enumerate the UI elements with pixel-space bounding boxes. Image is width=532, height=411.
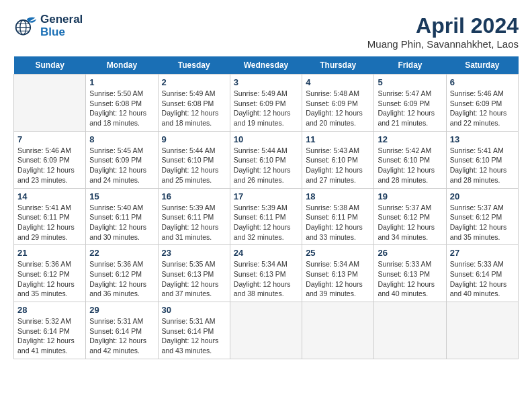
day-number: 29 xyxy=(89,305,154,315)
calendar-cell: 20Sunrise: 5:37 AM Sunset: 6:12 PM Dayli… xyxy=(446,188,518,245)
calendar-cell: 19Sunrise: 5:37 AM Sunset: 6:12 PM Dayli… xyxy=(374,188,446,245)
calendar-cell: 14Sunrise: 5:41 AM Sunset: 6:11 PM Dayli… xyxy=(14,188,86,245)
day-info: Sunrise: 5:39 AM Sunset: 6:11 PM Dayligh… xyxy=(162,203,226,242)
title-area: April 2024 Muang Phin, Savannahkhet, Lao… xyxy=(367,13,519,50)
calendar-cell xyxy=(230,302,302,359)
day-number: 7 xyxy=(17,134,82,144)
day-info: Sunrise: 5:39 AM Sunset: 6:11 PM Dayligh… xyxy=(234,203,298,242)
day-number: 27 xyxy=(450,248,515,258)
calendar-cell: 12Sunrise: 5:42 AM Sunset: 6:10 PM Dayli… xyxy=(374,131,446,188)
day-info: Sunrise: 5:48 AM Sunset: 6:09 PM Dayligh… xyxy=(306,89,370,128)
calendar-cell: 24Sunrise: 5:34 AM Sunset: 6:13 PM Dayli… xyxy=(230,245,302,302)
day-info: Sunrise: 5:42 AM Sunset: 6:10 PM Dayligh… xyxy=(378,146,442,185)
day-info: Sunrise: 5:41 AM Sunset: 6:10 PM Dayligh… xyxy=(450,146,515,185)
day-number: 16 xyxy=(162,191,226,201)
calendar-cell: 16Sunrise: 5:39 AM Sunset: 6:11 PM Dayli… xyxy=(158,188,230,245)
day-info: Sunrise: 5:45 AM Sunset: 6:09 PM Dayligh… xyxy=(89,146,154,185)
calendar-cell: 30Sunrise: 5:31 AM Sunset: 6:14 PM Dayli… xyxy=(158,302,230,359)
calendar-cell: 11Sunrise: 5:43 AM Sunset: 6:10 PM Dayli… xyxy=(302,131,374,188)
calendar-cell: 21Sunrise: 5:36 AM Sunset: 6:12 PM Dayli… xyxy=(14,245,86,302)
day-number: 2 xyxy=(162,77,226,87)
day-header-monday: Monday xyxy=(86,56,158,75)
day-info: Sunrise: 5:43 AM Sunset: 6:10 PM Dayligh… xyxy=(306,146,370,185)
day-info: Sunrise: 5:36 AM Sunset: 6:12 PM Dayligh… xyxy=(17,259,82,299)
calendar-cell: 26Sunrise: 5:33 AM Sunset: 6:13 PM Dayli… xyxy=(374,245,446,302)
calendar-cell xyxy=(14,75,86,132)
day-number: 28 xyxy=(17,305,82,315)
calendar-cell: 15Sunrise: 5:40 AM Sunset: 6:11 PM Dayli… xyxy=(86,188,158,245)
day-header-wednesday: Wednesday xyxy=(230,56,302,75)
day-number: 17 xyxy=(234,191,298,201)
day-number: 10 xyxy=(234,134,298,144)
day-header-friday: Friday xyxy=(374,56,446,75)
day-info: Sunrise: 5:31 AM Sunset: 6:14 PM Dayligh… xyxy=(162,316,226,356)
day-number: 8 xyxy=(89,134,154,144)
logo: General Blue xyxy=(13,13,83,38)
calendar-cell: 22Sunrise: 5:36 AM Sunset: 6:12 PM Dayli… xyxy=(86,245,158,302)
calendar-cell: 27Sunrise: 5:33 AM Sunset: 6:14 PM Dayli… xyxy=(446,245,518,302)
week-row-2: 7Sunrise: 5:46 AM Sunset: 6:09 PM Daylig… xyxy=(14,131,519,188)
day-info: Sunrise: 5:46 AM Sunset: 6:09 PM Dayligh… xyxy=(450,89,515,128)
calendar-cell: 28Sunrise: 5:32 AM Sunset: 6:14 PM Dayli… xyxy=(14,302,86,359)
page-header: General Blue April 2024 Muang Phin, Sava… xyxy=(13,13,519,50)
logo-text: General Blue xyxy=(40,13,83,38)
calendar-cell xyxy=(374,302,446,359)
page-subtitle: Muang Phin, Savannahkhet, Laos xyxy=(367,38,519,50)
calendar-cell: 3Sunrise: 5:49 AM Sunset: 6:09 PM Daylig… xyxy=(230,75,302,132)
calendar-cell: 8Sunrise: 5:45 AM Sunset: 6:09 PM Daylig… xyxy=(86,131,158,188)
calendar-cell: 23Sunrise: 5:35 AM Sunset: 6:13 PM Dayli… xyxy=(158,245,230,302)
day-number: 21 xyxy=(17,248,82,258)
calendar-header-row: SundayMondayTuesdayWednesdayThursdayFrid… xyxy=(14,56,519,75)
day-number: 30 xyxy=(162,305,226,315)
day-number: 6 xyxy=(450,77,515,87)
day-number: 14 xyxy=(17,191,82,201)
day-number: 26 xyxy=(378,248,442,258)
day-number: 5 xyxy=(378,77,442,87)
calendar-cell xyxy=(302,302,374,359)
calendar-cell: 17Sunrise: 5:39 AM Sunset: 6:11 PM Dayli… xyxy=(230,188,302,245)
day-info: Sunrise: 5:49 AM Sunset: 6:08 PM Dayligh… xyxy=(162,89,226,128)
calendar-cell: 7Sunrise: 5:46 AM Sunset: 6:09 PM Daylig… xyxy=(14,131,86,188)
calendar-cell: 1Sunrise: 5:50 AM Sunset: 6:08 PM Daylig… xyxy=(86,75,158,132)
day-number: 15 xyxy=(89,191,154,201)
day-number: 1 xyxy=(89,77,154,87)
day-info: Sunrise: 5:44 AM Sunset: 6:10 PM Dayligh… xyxy=(234,146,298,185)
day-info: Sunrise: 5:46 AM Sunset: 6:09 PM Dayligh… xyxy=(17,146,82,185)
day-info: Sunrise: 5:33 AM Sunset: 6:13 PM Dayligh… xyxy=(378,259,442,299)
calendar-cell: 18Sunrise: 5:38 AM Sunset: 6:11 PM Dayli… xyxy=(302,188,374,245)
calendar-cell: 5Sunrise: 5:47 AM Sunset: 6:09 PM Daylig… xyxy=(374,75,446,132)
day-number: 11 xyxy=(306,134,370,144)
day-info: Sunrise: 5:32 AM Sunset: 6:14 PM Dayligh… xyxy=(17,316,82,356)
logo-icon xyxy=(13,14,38,38)
day-number: 18 xyxy=(306,191,370,201)
day-number: 25 xyxy=(306,248,370,258)
calendar-cell: 25Sunrise: 5:34 AM Sunset: 6:13 PM Dayli… xyxy=(302,245,374,302)
week-row-4: 21Sunrise: 5:36 AM Sunset: 6:12 PM Dayli… xyxy=(14,245,519,302)
day-number: 22 xyxy=(89,248,154,258)
page-title: April 2024 xyxy=(367,13,519,38)
day-number: 12 xyxy=(378,134,442,144)
day-number: 24 xyxy=(234,248,298,258)
day-header-saturday: Saturday xyxy=(446,56,518,75)
day-info: Sunrise: 5:38 AM Sunset: 6:11 PM Dayligh… xyxy=(306,203,370,242)
calendar-cell: 9Sunrise: 5:44 AM Sunset: 6:10 PM Daylig… xyxy=(158,131,230,188)
day-info: Sunrise: 5:35 AM Sunset: 6:13 PM Dayligh… xyxy=(162,259,226,299)
day-info: Sunrise: 5:40 AM Sunset: 6:11 PM Dayligh… xyxy=(89,203,154,242)
calendar-cell: 4Sunrise: 5:48 AM Sunset: 6:09 PM Daylig… xyxy=(302,75,374,132)
day-number: 19 xyxy=(378,191,442,201)
calendar-cell: 2Sunrise: 5:49 AM Sunset: 6:08 PM Daylig… xyxy=(158,75,230,132)
calendar-cell xyxy=(446,302,518,359)
day-info: Sunrise: 5:47 AM Sunset: 6:09 PM Dayligh… xyxy=(378,89,442,128)
day-info: Sunrise: 5:36 AM Sunset: 6:12 PM Dayligh… xyxy=(89,259,154,299)
day-info: Sunrise: 5:37 AM Sunset: 6:12 PM Dayligh… xyxy=(450,203,515,242)
day-number: 9 xyxy=(162,134,226,144)
calendar-table: SundayMondayTuesdayWednesdayThursdayFrid… xyxy=(13,56,519,359)
day-number: 23 xyxy=(162,248,226,258)
day-info: Sunrise: 5:33 AM Sunset: 6:14 PM Dayligh… xyxy=(450,259,515,299)
day-header-tuesday: Tuesday xyxy=(158,56,230,75)
day-info: Sunrise: 5:34 AM Sunset: 6:13 PM Dayligh… xyxy=(234,259,298,299)
week-row-3: 14Sunrise: 5:41 AM Sunset: 6:11 PM Dayli… xyxy=(14,188,519,245)
day-number: 3 xyxy=(234,77,298,87)
day-info: Sunrise: 5:50 AM Sunset: 6:08 PM Dayligh… xyxy=(89,89,154,128)
day-info: Sunrise: 5:44 AM Sunset: 6:10 PM Dayligh… xyxy=(162,146,226,185)
